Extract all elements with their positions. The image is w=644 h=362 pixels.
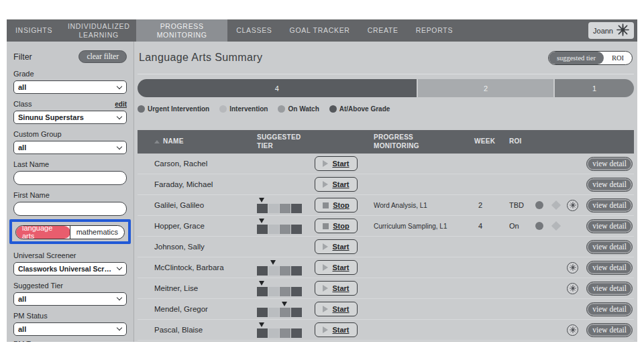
- class-select[interactable]: Sinunu Superstars: [13, 111, 127, 124]
- alert-diamond-icon: [551, 200, 560, 210]
- subject-toggle-language-arts[interactable]: language arts: [16, 226, 70, 239]
- view-detail-button[interactable]: view detail: [586, 178, 633, 192]
- suggested-tier-select[interactable]: all: [13, 292, 127, 306]
- view-detail-button[interactable]: view detail: [586, 157, 633, 171]
- clear-filter-button[interactable]: clear filter: [78, 50, 127, 63]
- legend-label: Urgent Intervention: [148, 105, 209, 113]
- suggested-tier-cell: [257, 322, 315, 338]
- tier-square: [257, 328, 268, 338]
- chevron-down-icon: [117, 143, 122, 149]
- view-detail-button[interactable]: view detail: [586, 282, 633, 296]
- view-toggle-roi[interactable]: ROI: [604, 52, 632, 64]
- classworks-badge-icon: [567, 324, 578, 336]
- start-button[interactable]: Start: [315, 322, 358, 337]
- tier-indicator: [257, 198, 303, 213]
- column-header-name[interactable]: NAME: [163, 137, 184, 146]
- start-button[interactable]: Start: [315, 239, 358, 254]
- start-button[interactable]: Start: [315, 156, 358, 171]
- play-triangle-icon: [323, 306, 328, 312]
- roi-status-dot-icon: [535, 201, 543, 209]
- tier-marker-icon: [259, 281, 264, 286]
- tier-legend: Urgent InterventionInterventionOn WatchA…: [138, 105, 634, 113]
- chevron-down-icon: [117, 295, 122, 300]
- action-label: Stop: [333, 201, 349, 209]
- user-name: Joann: [593, 27, 613, 35]
- view-detail-button[interactable]: view detail: [586, 198, 633, 213]
- nav-tab-create[interactable]: CREATE: [359, 19, 407, 42]
- chevron-down-icon: [117, 113, 122, 119]
- view-detail-button[interactable]: view detail: [586, 261, 633, 275]
- suggested-tier-cell: [257, 260, 315, 276]
- universal-screener-select[interactable]: Classworks Universal Screener: [13, 262, 127, 276]
- start-button[interactable]: Start: [315, 281, 358, 296]
- view-detail-button[interactable]: view detail: [586, 323, 633, 337]
- tier-square: [280, 225, 290, 234]
- stop-button[interactable]: Stop: [315, 198, 358, 213]
- column-header-suggested-tier: SUGGESTED TIER: [257, 133, 304, 150]
- subject-toggle-mathematics[interactable]: mathematics: [70, 226, 124, 239]
- universal-screener-label: Universal Screener: [13, 251, 76, 259]
- nav-tab-individualized-learning[interactable]: INDIVIDUALIZED LEARNING: [61, 19, 136, 42]
- legend-label: At/Above Grade: [339, 105, 390, 113]
- start-button[interactable]: Start: [315, 302, 358, 316]
- view-detail-button[interactable]: view detail: [586, 219, 633, 233]
- tier-square: [280, 266, 290, 276]
- tier-square: [268, 266, 279, 276]
- class-edit-link[interactable]: edit: [115, 101, 127, 108]
- student-name: Johnson, Sally: [138, 243, 257, 251]
- view-toggle-suggested-tier[interactable]: suggested tier: [549, 52, 604, 64]
- tier-square: [257, 204, 268, 213]
- custom-group-select[interactable]: all: [13, 141, 127, 154]
- tier-bar-segment-2[interactable]: 2: [418, 79, 553, 97]
- tier-square: [291, 225, 302, 234]
- action-label: Start: [332, 263, 349, 272]
- first-name-input[interactable]: [13, 202, 127, 216]
- subject-toggle-highlight-box: language arts mathematics: [9, 219, 131, 244]
- status-icons-cell: [531, 237, 582, 257]
- play-triangle-icon: [323, 160, 328, 167]
- start-button[interactable]: Start: [315, 177, 358, 192]
- subject-toggle: language arts mathematics: [15, 225, 125, 239]
- tier-bar-segment-1[interactable]: 4: [138, 79, 417, 97]
- grade-label: Grade: [13, 70, 34, 78]
- nav-tab-reports[interactable]: REPORTS: [407, 19, 462, 42]
- tier-marker-icon: [259, 219, 264, 223]
- action-label: Start: [332, 243, 349, 251]
- tier-bar-segment-3[interactable]: 1: [555, 79, 634, 97]
- nav-tab-progress-monitoring[interactable]: PROGRESS MONITORING: [136, 19, 227, 42]
- classworks-badge-icon: [567, 283, 578, 294]
- nav-tab-classes[interactable]: CLASSES: [227, 19, 280, 42]
- last-name-input[interactable]: [13, 171, 127, 185]
- legend-dot-icon: [138, 105, 145, 113]
- status-icons-cell: [531, 299, 582, 319]
- action-label: Start: [332, 305, 349, 313]
- clipped-bottom-label: PM T: [13, 340, 127, 343]
- view-detail-button[interactable]: view detail: [586, 302, 633, 316]
- play-triangle-icon: [323, 264, 328, 271]
- suggested-tier-cell: [257, 219, 315, 234]
- view-toggle: suggested tier ROI: [548, 51, 633, 65]
- start-button[interactable]: Start: [315, 260, 358, 275]
- view-detail-button[interactable]: view detail: [586, 240, 633, 254]
- status-icons-cell: [531, 320, 582, 340]
- nav-tab-goal-tracker[interactable]: GOAL TRACKER: [281, 19, 359, 42]
- sort-arrow-icon[interactable]: [154, 140, 160, 143]
- tier-square: [280, 308, 290, 317]
- legend-dot-icon: [219, 105, 227, 113]
- table-row: Johnson, SallyStartview detail: [138, 237, 634, 257]
- suggested-tier-cell: [257, 302, 315, 317]
- table-row: Mendel, GregorStartview detail: [138, 299, 634, 320]
- pm-status-select[interactable]: all: [13, 322, 127, 336]
- nav-tabs: INSIGHTSINDIVIDUALIZED LEARNINGPROGRESS …: [7, 19, 462, 42]
- nav-tab-insights[interactable]: INSIGHTS: [7, 19, 61, 42]
- stop-button[interactable]: Stop: [315, 219, 358, 233]
- tier-indicator: [257, 260, 303, 276]
- stop-square-icon: [323, 223, 329, 229]
- user-menu-button[interactable]: Joann: [588, 22, 634, 39]
- student-name: Galilei, Galileo: [138, 201, 257, 209]
- filter-heading: Filter: [13, 52, 32, 62]
- grade-select[interactable]: all: [13, 80, 127, 94]
- tier-square: [280, 287, 290, 296]
- classworks-badge-icon: [567, 262, 578, 274]
- first-name-label: First Name: [13, 191, 50, 199]
